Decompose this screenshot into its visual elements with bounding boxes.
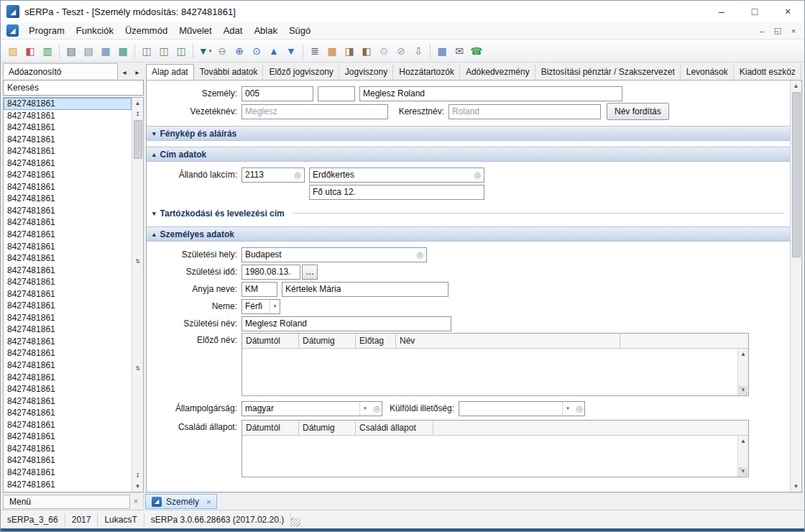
dropdown-arrow-icon[interactable]: ▾ — [562, 402, 572, 416]
scrollbar-thumb[interactable] — [134, 120, 142, 159]
print-icon[interactable]: ▤ — [63, 42, 80, 60]
scrollbar-thumb[interactable] — [792, 92, 801, 257]
taxid-list-item[interactable]: 8427481861 — [4, 252, 132, 265]
attachment-icon[interactable]: ◎ — [414, 250, 423, 260]
scroll-up-icon[interactable]: ▲ — [737, 436, 749, 446]
tab-5[interactable]: Adókedvezmény — [460, 64, 535, 80]
filter-icon[interactable]: ▼▾ — [196, 42, 213, 60]
taxid-list-item[interactable]: 8427481861 — [4, 265, 132, 277]
taxid-list-item[interactable]: 8427481861 — [4, 419, 132, 431]
scroll-down-icon[interactable]: ▼ — [791, 481, 802, 492]
taxid-list-item[interactable]: 8427481861 — [4, 229, 132, 241]
scroll-down-icon[interactable]: ▼ — [132, 481, 144, 492]
street-input[interactable] — [309, 185, 484, 200]
scroll-right-icon[interactable]: ▸ — [131, 65, 144, 79]
mdi-restore-button[interactable]: ◱ — [770, 24, 786, 37]
taxid-list-item[interactable]: 8427481861 — [4, 454, 132, 467]
column-header[interactable]: Dátumig — [299, 421, 356, 435]
scroll-marker-icon[interactable]: ⇅ — [132, 256, 144, 267]
dropdown-arrow-icon[interactable]: ▾ — [270, 300, 280, 313]
column-header[interactable] — [620, 334, 748, 348]
taxid-list-item[interactable]: 8427481861 — [4, 467, 132, 479]
marital-table[interactable]: DátumtólDátumigCsaládi állapot ▲ ▼ — [242, 420, 749, 477]
phone-icon[interactable]: ☎ — [468, 42, 485, 60]
zip-input[interactable]: 2113 ◎ — [242, 168, 305, 183]
prev-record-icon[interactable]: ▲ — [265, 42, 282, 60]
taxid-list-item[interactable]: 8427481861 — [4, 479, 132, 491]
maximize-button[interactable]: □ — [738, 1, 771, 22]
modules-icon[interactable]: ◧ — [22, 42, 39, 60]
birth-date-input[interactable] — [242, 265, 300, 280]
menu-item-6[interactable]: Súgó — [283, 24, 316, 37]
menu-item-1[interactable]: Funkciók — [70, 24, 119, 37]
next-record-icon[interactable]: ▼ — [282, 42, 300, 60]
scroll-left-icon[interactable]: ◂ — [118, 65, 131, 79]
taxid-list-item[interactable]: 8427481861 — [4, 169, 132, 181]
column-header[interactable]: Név — [396, 334, 620, 348]
list-scrollbar[interactable]: ▲ ↥ ⇅ ⇅ ↧ ▼ — [132, 98, 143, 492]
taxid-list-item[interactable]: 8427481861 — [4, 372, 132, 384]
panel-close-icon[interactable]: × — [130, 497, 142, 505]
section-address[interactable]: ▴ Cím adatok — [147, 147, 790, 162]
birth-place-input[interactable]: Budapest ◎ — [242, 247, 427, 262]
duplicate-icon[interactable]: ◫ — [172, 42, 190, 60]
taxid-list-item[interactable]: 8427481861 — [4, 134, 132, 146]
lastname-input[interactable] — [242, 104, 388, 119]
grid-design-icon[interactable]: ▦ — [97, 42, 114, 60]
attachment-icon[interactable]: ◎ — [472, 170, 481, 180]
table-icon[interactable]: ▦ — [433, 42, 451, 60]
stop-circle-icon[interactable]: ⊘ — [392, 42, 410, 60]
column-header[interactable]: Dátumig — [299, 334, 356, 348]
tab-6[interactable]: Biztosítási pénztár / Szakszervezet — [535, 64, 681, 80]
table-empty-area[interactable] — [242, 349, 737, 395]
resize-grip[interactable] — [739, 467, 748, 476]
taxid-list-item[interactable]: 8427481861 — [4, 157, 132, 170]
tab-7[interactable]: Levonások — [681, 64, 734, 80]
dropdown-arrow-icon[interactable]: ▾ — [359, 402, 369, 416]
tab-8[interactable]: Kiadott eszköz — [734, 64, 801, 80]
open-folder-icon[interactable]: ▨ — [4, 42, 22, 60]
scroll-first-icon[interactable]: ↥ — [132, 109, 144, 119]
search-input[interactable] — [3, 80, 144, 96]
column-header[interactable]: Dátumtól — [242, 421, 299, 435]
taxid-list-item[interactable]: 8427481861 — [4, 443, 132, 455]
column-header[interactable] — [433, 421, 748, 435]
scroll-last-icon[interactable]: ↧ — [132, 470, 144, 481]
document-download-icon[interactable]: ⇩ — [410, 42, 427, 60]
tab-3[interactable]: Jogviszony — [339, 64, 393, 80]
door-out-icon[interactable]: ◧ — [358, 42, 375, 60]
tab-2[interactable]: Előző jogviszony — [263, 64, 339, 80]
person-name-input[interactable] — [359, 86, 622, 101]
copy-icon[interactable]: ◫ — [138, 42, 155, 60]
taxid-list-item[interactable]: 8427481861 — [4, 276, 132, 288]
mother-name-input[interactable] — [282, 282, 448, 297]
window-resize-grip[interactable] — [291, 518, 300, 527]
taxid-list-item[interactable]: 8427481861 — [4, 300, 132, 312]
menu-item-0[interactable]: Program — [23, 24, 70, 37]
menu-item-4[interactable]: Adat — [218, 24, 249, 37]
taxid-list-item[interactable]: 8427481861 — [4, 336, 132, 348]
back-circle-icon[interactable]: ⊙ — [375, 42, 392, 60]
tab-4[interactable]: Hozzátartozók — [393, 64, 460, 80]
section-residence[interactable]: ▾ Tartózkodási és levelezési cím — [147, 206, 790, 221]
print-preview-icon[interactable]: ▤ — [80, 42, 97, 60]
scroll-marker-icon[interactable]: ⇅ — [132, 363, 144, 374]
birth-name-input[interactable] — [242, 316, 451, 331]
firstname-input[interactable] — [448, 104, 601, 119]
column-header[interactable]: Előtag — [356, 334, 396, 348]
zoom-in-icon[interactable]: ⊕ — [231, 42, 248, 60]
person-extra-input[interactable] — [318, 86, 355, 101]
foreign-residence-select[interactable]: ▾ ◎ — [459, 401, 585, 416]
menu-item-3[interactable]: Művelet — [173, 24, 218, 37]
scroll-up-icon[interactable]: ▲ — [132, 98, 144, 109]
person-document-tab[interactable]: ◢ Személy × — [145, 494, 217, 509]
mdi-close-button[interactable]: × — [786, 24, 801, 37]
resize-grip[interactable] — [739, 386, 748, 395]
taxid-list-item[interactable]: 8427481861 — [4, 288, 132, 301]
clear-filter-icon[interactable]: ⊖ — [213, 42, 231, 60]
taxid-list-item[interactable]: 8427481861 — [4, 383, 132, 395]
taxid-list-item[interactable]: 8427481861 — [4, 205, 132, 217]
taxid-list-item[interactable]: 8427481861 — [4, 359, 132, 372]
column-header[interactable]: Dátumtól — [242, 334, 299, 348]
tab-1[interactable]: További adatok — [194, 64, 264, 80]
